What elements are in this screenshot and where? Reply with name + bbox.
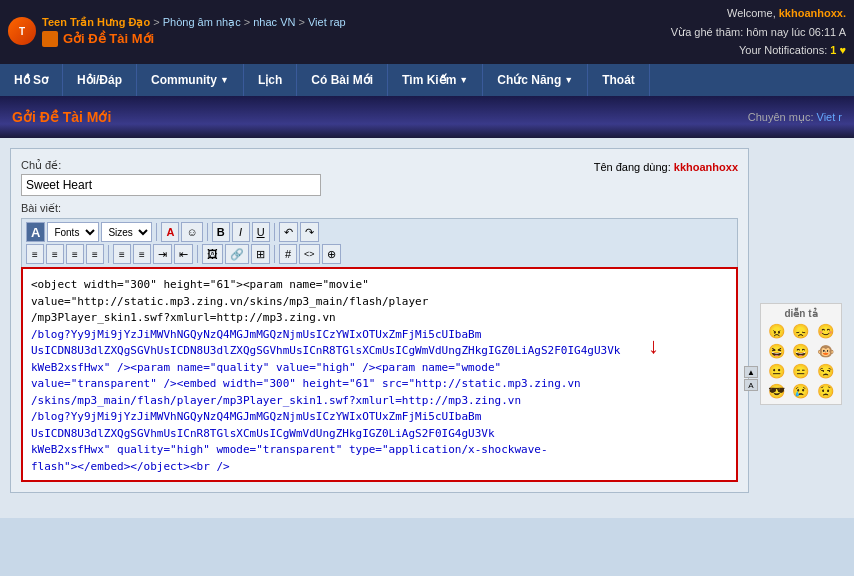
post-label: Bài viết:: [21, 202, 738, 215]
welcome-text: Welcome,: [727, 7, 776, 19]
page-header: Gởi Đề Tài Mới Chuyên mục: Viet r: [0, 96, 854, 138]
notifications-label: Your Notifications:: [739, 44, 827, 56]
sizes-select[interactable]: Sizes: [101, 222, 152, 242]
smiley-btn[interactable]: ☺: [181, 222, 202, 242]
emoji-3[interactable]: 😊: [814, 322, 837, 340]
emoticons-panel: diễn tả 😠 😞 😊 😆 😄 🐵 😐 😑 😒 😎 😢 😟: [760, 303, 842, 405]
forum-title: Gởi Đề Tài Mới: [42, 31, 346, 47]
toolbar-sep-3: [274, 223, 275, 241]
align-right-btn[interactable]: ≡: [66, 244, 84, 264]
insert-table-btn[interactable]: ⊞: [251, 244, 270, 264]
site-breadcrumb: Teen Trần Hưng Đạo > Phòng âm nhạc > nha…: [42, 16, 346, 29]
editor-content-area[interactable]: <object width="300" height="61"><param n…: [21, 267, 738, 482]
font-icon-btn[interactable]: A: [26, 222, 45, 242]
emoji-4[interactable]: 😆: [765, 342, 788, 360]
emoji-7[interactable]: 😐: [765, 362, 788, 380]
emoji-5[interactable]: 😄: [790, 342, 813, 360]
nav-label-community: Community: [151, 73, 217, 87]
increase-size-btn[interactable]: ▲: [744, 366, 758, 378]
form-area: Chủ đề: Tên đang dùng: kkhoanhoxx Bài vi…: [10, 148, 749, 493]
toolbar-row-2: ≡ ≡ ≡ ≡ ≡ ≡ ⇥ ⇤ 🖼 🔗 ⊞ # <> ⊕: [26, 244, 733, 264]
notifications-count: 1: [830, 44, 836, 56]
nav-item-search[interactable]: Tìm Kiếm ▼: [388, 64, 483, 96]
list-ordered-btn[interactable]: ≡: [133, 244, 151, 264]
underline-btn[interactable]: U: [252, 222, 270, 242]
align-justify-btn[interactable]: ≡: [86, 244, 104, 264]
top-right-info: Welcome, kkhoanhoxx. Vừa ghé thăm: hôm n…: [671, 4, 846, 60]
top-bar: T Teen Trần Hưng Đạo > Phòng âm nhạc > n…: [0, 0, 854, 64]
list-unordered-btn[interactable]: ≡: [113, 244, 131, 264]
top-left: T Teen Trần Hưng Đạo > Phòng âm nhạc > n…: [8, 16, 346, 49]
username-display: kkhoanhoxx.: [779, 7, 846, 19]
toolbar-row-1: A Fonts Sizes A ☺ B I U ↶ ↷: [26, 222, 733, 242]
decrease-size-btn[interactable]: A: [744, 379, 758, 391]
toolbar-sep-4: [108, 245, 109, 263]
size-controls: ▲ A: [744, 366, 758, 391]
emoji-11[interactable]: 😢: [790, 382, 813, 400]
page-header-category: Chuyên mục: Viet r: [748, 111, 842, 124]
indent-btn[interactable]: ⇥: [153, 244, 172, 264]
nav-item-profile[interactable]: Hồ Sơ: [0, 64, 63, 96]
emoji-10[interactable]: 😎: [765, 382, 788, 400]
nav-label-functions: Chức Năng: [497, 73, 561, 87]
main-content: drucket ↓ Chủ đề: Tên đang dùng: kkhoanh…: [0, 138, 854, 518]
navigation-bar: Hồ Sơ Hỏi/Đáp Community ▼ Lịch Có Bài Mớ…: [0, 64, 854, 96]
align-left-btn[interactable]: ≡: [26, 244, 44, 264]
functions-arrow-icon: ▼: [564, 75, 573, 85]
text-color-btn[interactable]: A: [161, 222, 179, 242]
emoji-9[interactable]: 😒: [814, 362, 837, 380]
emoji-8[interactable]: 😑: [790, 362, 813, 380]
nav-label-logout: Thoát: [602, 73, 635, 87]
subject-field-area: Chủ đề:: [21, 159, 321, 196]
user-info-area: Tên đang dùng: kkhoanhoxx: [594, 159, 738, 173]
subject-label: Chủ đề:: [21, 159, 321, 172]
nav-item-functions[interactable]: Chức Năng ▼: [483, 64, 588, 96]
editor-toolbar: A Fonts Sizes A ☺ B I U ↶ ↷ ≡: [21, 218, 738, 267]
nav-label-search: Tìm Kiếm: [402, 73, 456, 87]
category-value: Viet r: [817, 111, 842, 123]
nav-item-community[interactable]: Community ▼: [137, 64, 244, 96]
emoji-1[interactable]: 😠: [765, 322, 788, 340]
search-arrow-icon: ▼: [459, 75, 468, 85]
current-username: kkhoanhoxx: [674, 161, 738, 173]
toolbar-sep-5: [197, 245, 198, 263]
nav-item-calendar[interactable]: Lịch: [244, 64, 297, 96]
nav-item-logout[interactable]: Thoát: [588, 64, 650, 96]
community-arrow-icon: ▼: [220, 75, 229, 85]
emoticons-label: diễn tả: [765, 308, 837, 319]
nav-item-qa[interactable]: Hỏi/Đáp: [63, 64, 137, 96]
redo-btn[interactable]: ↷: [300, 222, 319, 242]
page-header-title: Gởi Đề Tài Mới: [12, 109, 111, 125]
toolbar-sep-2: [207, 223, 208, 241]
site-title-text: Teen Trần Hưng Đạo: [42, 16, 150, 28]
fonts-select[interactable]: Fonts: [47, 222, 99, 242]
extra-btn[interactable]: ⊕: [322, 244, 341, 264]
emoji-2[interactable]: 😞: [790, 322, 813, 340]
toolbar-sep-1: [156, 223, 157, 241]
emoji-monkey[interactable]: 🐵: [814, 342, 837, 360]
nav-label-qa: Hỏi/Đáp: [77, 73, 122, 87]
nav-label-profile: Hồ Sơ: [14, 73, 48, 87]
outdent-btn[interactable]: ⇤: [174, 244, 193, 264]
emoji-12[interactable]: 😟: [814, 382, 837, 400]
insert-image-btn[interactable]: 🖼: [202, 244, 223, 264]
bold-btn[interactable]: B: [212, 222, 230, 242]
nav-label-calendar: Lịch: [258, 73, 282, 87]
html-btn[interactable]: <>: [299, 244, 320, 264]
category-label: Chuyên mục:: [748, 111, 814, 123]
nav-item-new-posts[interactable]: Có Bài Mới: [297, 64, 388, 96]
insert-link-btn[interactable]: 🔗: [225, 244, 249, 264]
undo-btn[interactable]: ↶: [279, 222, 298, 242]
forum-title-text: Gởi Đề Tài Mới: [63, 31, 154, 46]
username-label: Tên đang dùng:: [594, 161, 671, 173]
toolbar-sep-6: [274, 245, 275, 263]
subject-input[interactable]: [21, 174, 321, 196]
emoji-grid: 😠 😞 😊 😆 😄 🐵 😐 😑 😒 😎 😢 😟: [765, 322, 837, 400]
code-btn[interactable]: #: [279, 244, 297, 264]
italic-btn[interactable]: I: [232, 222, 250, 242]
site-logo-icon: T: [8, 17, 36, 45]
last-visit-text: Vừa ghé thăm: hôm nay lúc 06:11 A: [671, 23, 846, 42]
forum-icon: [42, 31, 58, 47]
nav-label-new-posts: Có Bài Mới: [311, 73, 373, 87]
align-center-btn[interactable]: ≡: [46, 244, 64, 264]
